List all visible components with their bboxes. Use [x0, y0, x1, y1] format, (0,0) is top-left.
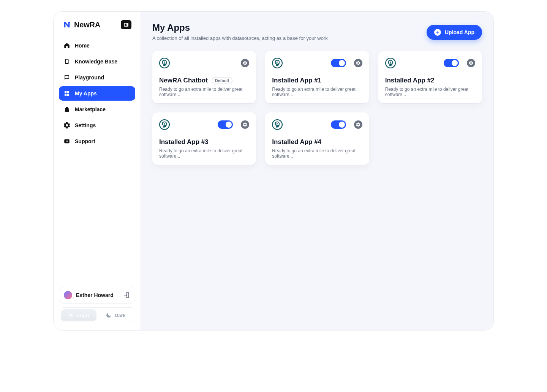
app-title: Installed App #4 — [272, 138, 321, 146]
brand-name: NewRA — [74, 21, 100, 29]
app-title: Installed App #3 — [159, 138, 209, 146]
gear-icon — [243, 122, 247, 127]
avatar — [64, 291, 72, 299]
app-card[interactable]: Installed App #3Ready to go an extra mil… — [152, 112, 256, 165]
gear-icon — [356, 122, 360, 127]
theme-toggle: Light Dark — [59, 307, 135, 323]
svg-point-4 — [68, 22, 70, 23]
app-card[interactable]: Installed App #1Ready to go an extra mil… — [265, 51, 369, 103]
sidebar-item-label: Knowledge Base — [75, 58, 117, 65]
apps-grid: NewRA ChatbotDefaultReady to go an extra… — [152, 51, 482, 165]
gear-icon — [243, 61, 247, 65]
app-toggle[interactable] — [218, 120, 233, 129]
sun-icon — [68, 312, 74, 318]
collapse-sidebar-button[interactable] — [121, 20, 131, 29]
sidebar-item-marketplace[interactable]: Marketplace — [59, 102, 135, 117]
chat-icon — [63, 74, 70, 81]
gear-icon — [63, 122, 70, 129]
plus-icon — [434, 29, 441, 36]
app-title: Installed App #2 — [385, 77, 435, 84]
pinterest-icon — [385, 58, 396, 68]
app-card[interactable]: NewRA ChatbotDefaultReady to go an extra… — [152, 51, 256, 103]
apps-icon — [63, 90, 70, 97]
app-description: Ready to go an extra mile to deliver gre… — [385, 87, 475, 97]
sidebar-item-label: My Apps — [75, 90, 97, 96]
app-description: Ready to go an extra mile to deliver gre… — [159, 148, 249, 159]
app-title: NewRA Chatbot — [159, 77, 208, 84]
bag-icon — [63, 106, 70, 113]
support-icon — [63, 138, 70, 145]
app-description: Ready to go an extra mile to deliver gre… — [272, 148, 362, 159]
sidebar: NewRA HomeKnowledge BasePlaygroundMy App… — [54, 12, 141, 330]
page-title: My Apps — [152, 22, 328, 33]
page-header: My Apps A collection of all installed ap… — [152, 22, 482, 41]
sidebar-item-myapps[interactable]: My Apps — [59, 86, 135, 101]
app-settings-button[interactable] — [354, 59, 362, 67]
app-toggle[interactable] — [331, 59, 346, 67]
sidebar-item-playground[interactable]: Playground — [59, 70, 135, 85]
app-description: Ready to go an extra mile to deliver gre… — [272, 87, 362, 97]
default-badge: Default — [212, 77, 232, 84]
pinterest-icon — [272, 58, 283, 68]
sidebar-item-support[interactable]: Support — [59, 134, 135, 149]
app-window: NewRA HomeKnowledge BasePlaygroundMy App… — [53, 11, 494, 330]
app-card[interactable]: Installed App #4Ready to go an extra mil… — [265, 112, 369, 165]
pinterest-icon — [159, 58, 170, 68]
user-name: Esther Howard — [76, 292, 114, 298]
app-toggle[interactable] — [444, 59, 459, 67]
app-toggle[interactable] — [331, 120, 346, 129]
sidebar-item-home[interactable]: Home — [59, 38, 135, 53]
gear-icon — [356, 61, 360, 65]
app-settings-button[interactable] — [241, 120, 249, 129]
brand-logo-icon — [63, 21, 71, 29]
sidebar-item-label: Support — [75, 138, 95, 144]
gear-icon — [469, 61, 473, 65]
app-settings-button[interactable] — [467, 59, 475, 67]
brand: NewRA — [59, 20, 135, 36]
moon-icon — [106, 312, 112, 318]
pinterest-icon — [272, 119, 283, 130]
pinterest-icon — [159, 119, 170, 130]
logout-icon — [123, 292, 130, 299]
sidebar-item-label: Settings — [75, 122, 96, 128]
theme-light-button[interactable]: Light — [61, 309, 96, 321]
upload-app-button-label: Upload App — [445, 29, 474, 35]
sidebar-item-label: Marketplace — [75, 106, 106, 112]
main-content: My Apps A collection of all installed ap… — [141, 12, 493, 330]
home-icon — [63, 42, 70, 49]
app-settings-button[interactable] — [241, 59, 249, 67]
theme-light-label: Light — [77, 313, 89, 318]
user-menu[interactable]: Esther Howard — [59, 287, 135, 303]
sidebar-item-knowledge[interactable]: Knowledge Base — [59, 54, 135, 69]
page-subtitle: A collection of all installed apps with … — [152, 35, 328, 41]
app-settings-button[interactable] — [354, 120, 362, 129]
theme-dark-label: Dark — [115, 313, 126, 318]
sidebar-item-label: Home — [75, 43, 90, 49]
sidebar-item-settings[interactable]: Settings — [59, 118, 135, 133]
app-title: Installed App #1 — [272, 77, 321, 84]
book-icon — [63, 58, 70, 65]
sidebar-item-label: Playground — [75, 74, 104, 81]
app-description: Ready to go an extra mile to deliver gre… — [159, 87, 249, 97]
primary-nav: HomeKnowledge BasePlaygroundMy AppsMarke… — [59, 38, 135, 149]
upload-app-button[interactable]: Upload App — [427, 25, 482, 40]
theme-dark-button[interactable]: Dark — [98, 309, 134, 321]
app-card[interactable]: Installed App #2Ready to go an extra mil… — [378, 51, 482, 103]
